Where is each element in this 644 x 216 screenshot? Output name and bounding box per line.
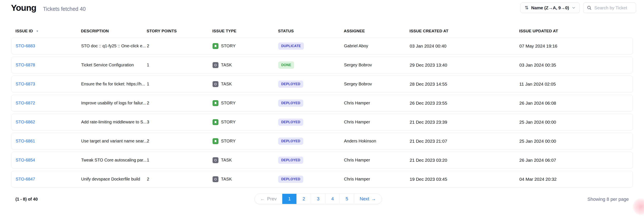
table-row: STO-6883 STO doc :: q1-fy25 :: One-click…	[12, 38, 633, 54]
issue-id-link[interactable]: STO-6878	[16, 62, 35, 67]
description-cell: Use target and variant name sear...	[81, 139, 147, 144]
assignee-cell: Chris Hamper	[344, 100, 410, 106]
issue-type-cell: TASK	[212, 62, 278, 68]
assignee-cell: Sergey Bobrov	[344, 62, 410, 68]
issue-type-cell: STORY	[212, 43, 278, 49]
issue-type-label: STORY	[221, 120, 236, 124]
created-at-cell: 21 Dec 2023 21:07	[410, 139, 519, 144]
issue-type-label: STORY	[221, 100, 236, 106]
task-icon	[212, 176, 218, 182]
assignee-cell: Sergey Bobrov	[344, 82, 410, 86]
updated-at-cell: 07 May 2024 19:16	[519, 44, 632, 48]
issue-type-label: TASK	[221, 82, 232, 86]
column-header-label: ISSUE ID	[16, 29, 33, 34]
next-label: Next	[360, 196, 369, 202]
issue-id-link[interactable]: STO-6862	[16, 120, 35, 124]
sort-dropdown[interactable]: ⇅ Name (Z→A, 9→0)	[520, 2, 580, 13]
column-header-assignee: ASSIGNEE	[344, 29, 410, 34]
updated-at-cell: 26 Jan 2024 06:08	[519, 100, 632, 106]
issue-id-link[interactable]: STO-6883	[16, 44, 35, 48]
story-points-cell: 2	[147, 100, 212, 106]
story-icon	[212, 119, 218, 125]
issue-id-link[interactable]: STO-6854	[16, 158, 35, 162]
search-input[interactable]	[594, 5, 632, 10]
created-at-cell: 28 Dec 2023 14:55	[410, 82, 519, 87]
column-header-issue-id[interactable]: ISSUE ID ▼	[16, 29, 81, 34]
table-body: STO-6883 STO doc :: q1-fy25 :: One-click…	[12, 38, 633, 188]
status-badge: DUPLICATE	[278, 42, 304, 50]
created-at-cell: 21 Dec 2023 23:39	[410, 120, 519, 125]
updated-at-cell: 11 Jan 2024 02:05	[519, 82, 632, 87]
table-row: STO-6847 Unify devspace Dockerfile build…	[12, 171, 633, 188]
status-badge: DEPLOYED	[278, 80, 303, 88]
story-points-cell: 3	[147, 120, 212, 124]
column-header-status: STATUS	[278, 29, 344, 34]
updated-at-cell: 25 Jan 2024 00:00	[519, 139, 632, 144]
issue-type-label: STORY	[221, 139, 236, 144]
issue-id-link[interactable]: STO-6872	[16, 100, 35, 105]
chevron-down-icon	[572, 6, 576, 10]
ticket-list-page: Young Tickets fetched 40 ⇅ Name (Z→A, 9→…	[0, 0, 644, 216]
issue-id-link[interactable]: STO-6873	[16, 82, 35, 86]
next-page-button[interactable]: Next →	[354, 194, 381, 204]
sort-caret-icon: ▼	[36, 30, 39, 33]
column-header-issue-type: ISSUE TYPE	[212, 29, 278, 34]
assignee-cell: Anders Hokinson	[344, 139, 410, 144]
story-icon	[212, 43, 218, 49]
issue-id-link[interactable]: STO-6861	[16, 139, 35, 143]
pager: ← Prev 12345 Next →	[254, 194, 382, 204]
status-badge: DEPLOYED	[278, 100, 303, 107]
created-at-cell: 21 Dec 2023 03:20	[410, 158, 519, 163]
status-badge: DEPLOYED	[278, 138, 303, 145]
column-header-issue-updated-at: ISSUE UPDATED AT	[519, 29, 633, 34]
top-bar: Young Tickets fetched 40 ⇅ Name (Z→A, 9→…	[0, 0, 644, 20]
issue-type-label: TASK	[221, 158, 232, 162]
table-row: STO-6873 Ensure the fix for ticket: http…	[12, 76, 633, 92]
story-points-cell: 1	[147, 158, 212, 162]
assignee-cell: Gabriel Aboy	[344, 44, 410, 48]
toolbar-controls: ⇅ Name (Z→A, 9→0)	[520, 2, 636, 13]
issue-type-cell: STORY	[212, 119, 278, 125]
page-button-5[interactable]: 5	[340, 194, 354, 204]
issue-type-cell: TASK	[212, 157, 278, 163]
created-at-cell: 26 Dec 2023 23:55	[410, 100, 519, 106]
updated-at-cell: 04 Mar 2024 20:32	[519, 177, 632, 182]
page-button-1[interactable]: 1	[282, 194, 296, 204]
description-cell: STO doc :: q1-fy25 :: One-click e...	[81, 44, 147, 48]
table-header-row: ISSUE ID ▼ DESCRIPTION STORY POINTS ISSU…	[12, 27, 633, 36]
issue-type-label: STORY	[221, 44, 236, 48]
updated-at-cell: 03 Jan 2024 00:35	[519, 62, 632, 68]
pagination-bar: (1 - 8) of 40 ← Prev 12345 Next → Showin…	[12, 194, 632, 205]
description-cell: Improve usability of logs for failur...	[81, 100, 147, 106]
description-cell: Add rate-limiting middleware to S...	[81, 120, 147, 124]
status-badge: DONE	[278, 62, 294, 69]
description-cell: Ensure the fix for ticket: https://h...	[81, 82, 147, 86]
task-icon	[212, 62, 218, 68]
issue-type-label: TASK	[221, 177, 232, 182]
sort-dropdown-label: Name (Z→A, 9→0)	[531, 5, 569, 10]
per-page-label: Showing 8 per page	[588, 196, 629, 202]
prev-label: Prev	[267, 196, 276, 202]
story-points-cell: 1	[147, 82, 212, 86]
assignee-cell: Chris Hamper	[344, 120, 410, 124]
page-button-3[interactable]: 3	[311, 194, 325, 204]
prev-page-button[interactable]: ← Prev	[255, 194, 282, 204]
story-icon	[212, 138, 218, 144]
created-at-cell: 19 Dec 2023 03:45	[410, 177, 519, 182]
tickets-fetched-count: Tickets fetched 40	[43, 6, 86, 12]
task-icon	[212, 81, 218, 87]
page-button-2[interactable]: 2	[296, 194, 311, 204]
issue-id-link[interactable]: STO-6847	[16, 177, 35, 181]
sort-arrows-icon: ⇅	[525, 6, 529, 10]
assignee-cell: Chris Hamper	[344, 177, 410, 182]
page-title: Young	[11, 3, 36, 13]
column-header-description: DESCRIPTION	[81, 29, 147, 34]
created-at-cell: 03 Jan 2024 00:40	[410, 44, 519, 48]
table-row: STO-6872 Improve usability of logs for f…	[12, 95, 633, 112]
column-header-story-points: STORY POINTS	[147, 29, 212, 34]
decorative-pink-blob	[632, 198, 644, 215]
status-badge: DEPLOYED	[278, 156, 303, 164]
table-row: STO-6878 Ticket Service Configuration 1 …	[12, 57, 633, 73]
story-points-cell: 1	[147, 62, 212, 68]
page-button-4[interactable]: 4	[325, 194, 340, 204]
